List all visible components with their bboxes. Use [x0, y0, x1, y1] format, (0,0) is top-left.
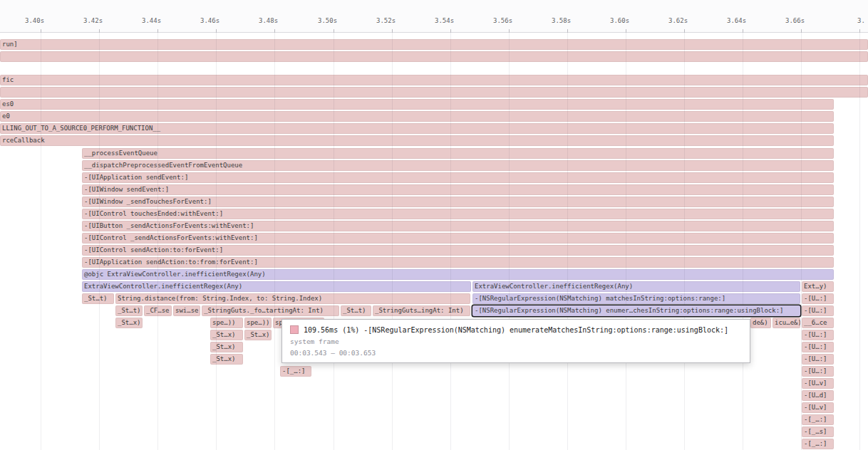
time-tick-label: 3.54s — [435, 17, 454, 24]
flame-bar[interactable]: -[U…v] — [802, 378, 834, 389]
tick-mark — [743, 29, 743, 33]
time-tick-label: 3.58s — [552, 17, 571, 24]
flame-bar[interactable]: _St…t) — [341, 305, 371, 316]
flame-bar[interactable]: -[U…:] — [802, 293, 834, 304]
flame-bar[interactable]: ExtraViewController.inefficientRegex(Any… — [82, 281, 471, 292]
flame-bar[interactable]: Ext…y) — [802, 281, 834, 292]
flame-bar[interactable]: spe…)) — [210, 318, 243, 328]
tick-mark — [626, 29, 626, 33]
tick-mark — [392, 29, 393, 33]
flame-bar[interactable]: _St…x) — [244, 330, 272, 340]
flame-bar[interactable]: -[U…:] — [802, 330, 834, 340]
flame-bar[interactable]: -[U…v] — [802, 402, 834, 413]
flame-bar[interactable]: icu…e&) — [773, 318, 800, 328]
tick-mark — [41, 29, 41, 33]
flame-bar[interactable]: -[_…s] — [802, 427, 834, 437]
flame-bar[interactable]: -[_…:] — [802, 414, 834, 425]
flame-bar[interactable]: -[U…:] — [802, 354, 834, 365]
tick-mark — [274, 29, 275, 33]
flame-bar[interactable]: de&) — [750, 318, 771, 328]
flame-bar[interactable]: -[U…:] — [802, 305, 834, 316]
flame-bar[interactable]: swi…se — [173, 305, 200, 316]
tick-mark — [801, 29, 802, 33]
time-tick-label: 3.46s — [200, 17, 219, 24]
time-tick-label: 3.40s — [25, 17, 44, 24]
flame-bar[interactable]: -[U…d] — [802, 390, 834, 401]
time-tick-label: 3.64s — [727, 17, 746, 24]
flame-bar[interactable]: _St…x) — [210, 354, 243, 365]
flame-bar[interactable]: run] — [0, 39, 868, 50]
flame-bar[interactable]: __dispatchPreprocessedEventFromEventQueu… — [82, 160, 834, 171]
flame-bar[interactable]: __processEventQueue — [82, 148, 834, 159]
tick-mark — [450, 29, 451, 33]
flame-bar[interactable]: fic — [0, 75, 868, 85]
tick-mark — [509, 29, 510, 33]
category-color-swatch — [290, 325, 299, 334]
tick-mark — [216, 29, 217, 33]
flame-bar[interactable]: -[U…:] — [802, 366, 834, 377]
flame-bar[interactable]: @objc ExtraViewController.inefficientReg… — [82, 269, 834, 280]
flame-bar[interactable]: -[UIControl touchesEnded:withEvent:] — [82, 209, 834, 219]
tick-mark — [157, 29, 158, 33]
flame-bar[interactable]: rceCallback — [0, 135, 834, 146]
flame-bar[interactable]: _StringGuts._fo…tartingAt: Int) — [202, 305, 339, 316]
timeline-ruler[interactable]: 3.40s3.42s3.44s3.46s3.48s3.50s3.52s3.54s… — [0, 0, 868, 33]
flame-bar[interactable]: -[NSRegularExpression(NSMatching) matche… — [472, 293, 800, 304]
flame-bar[interactable]: String.distance(from: String.Index, to: … — [115, 293, 470, 304]
flame-bar[interactable]: ExtraViewController.inefficientRegex(Any… — [472, 281, 800, 292]
time-tick-label: 3. — [857, 17, 865, 24]
time-tick-label: 3.56s — [493, 17, 512, 24]
flame-bar[interactable]: -[U…:] — [802, 342, 834, 352]
tick-mark — [334, 29, 334, 33]
time-tick-label: 3.52s — [376, 17, 396, 24]
flame-bar[interactable]: es0 — [0, 99, 834, 110]
flame-bar[interactable]: LLING_OUT_TO_A_SOURCE0_PERFORM_FUNCTION_… — [0, 123, 834, 134]
time-tick-label: 3.48s — [259, 17, 278, 24]
time-tick-label: 3.62s — [668, 17, 688, 24]
tick-mark — [684, 29, 685, 33]
time-tick-label: 3.44s — [142, 17, 161, 24]
flame-bar[interactable]: _CF…se — [144, 305, 172, 316]
tooltip-subtitle: system frame — [290, 338, 742, 345]
time-tick-label: 3.50s — [318, 17, 337, 24]
time-tick-label: 3.42s — [83, 17, 103, 24]
tooltip-title: 109.56ms (1%) -[NSRegularExpression(NSMa… — [304, 326, 728, 334]
flame-chart-view: 3.40s3.42s3.44s3.46s3.48s3.50s3.52s3.54s… — [0, 0, 868, 450]
tick-mark — [99, 29, 100, 33]
tick-mark — [567, 29, 568, 33]
flame-bar[interactable]: -[UIWindow _sendTouchesForEvent:] — [82, 197, 834, 207]
flame-bar[interactable]: -[UIApplication sendEvent:] — [82, 172, 834, 183]
flame-bar[interactable]: _St…t) — [82, 293, 114, 304]
flame-bar[interactable] — [0, 51, 868, 62]
flame-bar[interactable]: -[UIButton _sendActionsForEvents:withEve… — [82, 221, 834, 231]
flame-bar[interactable]: _St…x) — [210, 342, 243, 352]
flame-bar[interactable]: _St…x) — [210, 330, 243, 340]
flame-bar[interactable]: -[_…:] — [280, 366, 311, 377]
tooltip-title-row: 109.56ms (1%) -[NSRegularExpression(NSMa… — [290, 325, 742, 334]
flame-bar[interactable]: -[_…:] — [802, 439, 834, 449]
time-tick-label: 3.60s — [610, 17, 629, 24]
flame-bar[interactable]: _St…x) — [115, 318, 143, 328]
flame-bar[interactable]: -[UIWindow sendEvent:] — [82, 184, 834, 195]
flame-bar[interactable]: __6…ce — [802, 318, 834, 328]
flame-bar[interactable]: -[UIControl _sendActionsForEvents:withEv… — [82, 233, 834, 244]
flame-bar[interactable]: e0 — [0, 111, 834, 122]
flame-bar[interactable]: -[NSRegularExpression(NSMatching) enumer… — [472, 305, 800, 316]
flame-bar[interactable]: -[UIControl sendAction:to:forEvent:] — [82, 245, 834, 256]
flame-bar[interactable]: _St…t) — [115, 305, 143, 316]
flame-bar[interactable]: -[UIApplication sendAction:to:from:forEv… — [82, 257, 834, 268]
frame-tooltip: 109.56ms (1%) -[NSRegularExpression(NSMa… — [281, 319, 750, 363]
flame-bar[interactable]: _StringGuts…ingAt: Int) — [373, 305, 470, 316]
flame-bar[interactable] — [0, 87, 868, 98]
flame-bar[interactable]: spe…)) — [244, 318, 272, 328]
tooltip-time-range: 00:03.543 — 00:03.653 — [290, 349, 742, 357]
time-tick-label: 3.66s — [785, 17, 805, 24]
tick-mark — [859, 29, 860, 33]
